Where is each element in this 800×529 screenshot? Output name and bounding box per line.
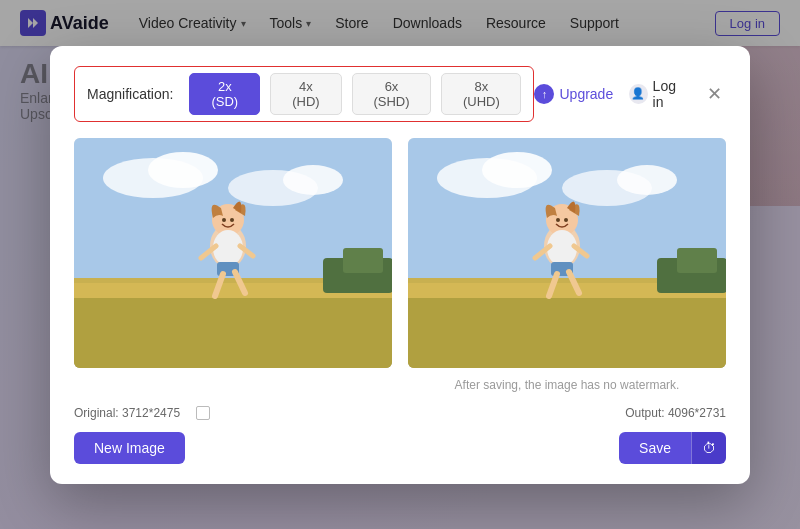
original-image-panel bbox=[74, 138, 392, 396]
footer-left: Original: 3712*2475 bbox=[74, 406, 210, 420]
modal-login-label: Log in bbox=[653, 78, 688, 110]
output-info: Output: 4096*2731 bbox=[625, 406, 726, 420]
svg-point-41 bbox=[564, 218, 568, 222]
svg-rect-11 bbox=[343, 248, 383, 273]
modal-footer-info: Original: 3712*2475 Output: 4096*2731 bbox=[74, 406, 726, 420]
svg-point-6 bbox=[283, 165, 343, 195]
modal-header-actions: ↑ Upgrade 👤 Log in ✕ bbox=[534, 78, 726, 110]
output-image-panel: After saving, the image has no watermark… bbox=[408, 138, 726, 396]
mag-button-8x[interactable]: 8x (UHD) bbox=[441, 73, 521, 115]
svg-point-40 bbox=[556, 218, 560, 222]
action-buttons: New Image Save ⏱ bbox=[74, 432, 726, 464]
original-image bbox=[74, 138, 392, 368]
modal-header: Magnification: 2x (SD) 4x (HD) 6x (SHD) … bbox=[74, 66, 726, 122]
upgrade-icon: ↑ bbox=[534, 84, 554, 104]
modal-login-button[interactable]: 👤 Log in bbox=[629, 78, 688, 110]
svg-point-4 bbox=[148, 152, 218, 188]
close-button[interactable]: ✕ bbox=[704, 82, 726, 106]
magnification-selector: Magnification: 2x (SD) 4x (HD) 6x (SHD) … bbox=[74, 66, 534, 122]
modal: Magnification: 2x (SD) 4x (HD) 6x (SHD) … bbox=[50, 46, 750, 484]
original-info: Original: 3712*2475 bbox=[74, 406, 180, 420]
svg-rect-28 bbox=[408, 293, 726, 368]
svg-point-20 bbox=[222, 218, 226, 222]
mag-button-2x[interactable]: 2x (SD) bbox=[189, 73, 260, 115]
output-image bbox=[408, 138, 726, 368]
save-dropdown-button[interactable]: ⏱ bbox=[691, 432, 726, 464]
svg-rect-8 bbox=[74, 293, 392, 368]
images-area: After saving, the image has no watermark… bbox=[74, 138, 726, 396]
mag-button-6x[interactable]: 6x (SHD) bbox=[352, 73, 432, 115]
upgrade-button[interactable]: ↑ Upgrade bbox=[534, 84, 613, 104]
svg-point-21 bbox=[230, 218, 234, 222]
svg-rect-31 bbox=[677, 248, 717, 273]
save-area: Save ⏱ bbox=[619, 432, 726, 464]
user-icon: 👤 bbox=[629, 84, 647, 104]
svg-point-26 bbox=[617, 165, 677, 195]
checkbox[interactable] bbox=[196, 406, 210, 420]
svg-point-24 bbox=[482, 152, 552, 188]
watermark-notice: After saving, the image has no watermark… bbox=[408, 374, 726, 396]
mag-button-4x[interactable]: 4x (HD) bbox=[270, 73, 342, 115]
save-button[interactable]: Save bbox=[619, 432, 691, 464]
new-image-button[interactable]: New Image bbox=[74, 432, 185, 464]
upgrade-label: Upgrade bbox=[559, 86, 613, 102]
magnification-label: Magnification: bbox=[87, 86, 173, 102]
